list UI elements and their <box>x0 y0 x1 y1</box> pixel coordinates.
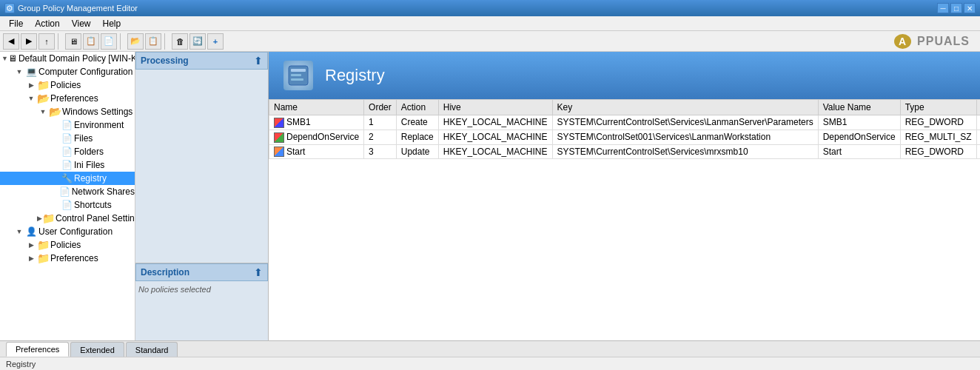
col-hive[interactable]: Hive <box>438 100 552 115</box>
cell-hive: HKEY_LOCAL_MACHINE <box>438 130 552 144</box>
menu-view[interactable]: View <box>66 17 97 30</box>
tab-standard[interactable]: Standard <box>126 342 178 357</box>
cell-type: REG_DWORD <box>900 115 976 130</box>
table-row[interactable]: DependOnService 2 Replace HKEY_LOCAL_MAC… <box>269 130 981 144</box>
user-prefs-icon: 📁 <box>37 252 49 264</box>
toolbar-sep3 <box>164 33 169 50</box>
table-row[interactable]: SMB1 1 Create HKEY_LOCAL_MACHINE SYSTEM\… <box>269 115 981 130</box>
new-button[interactable]: 📂 <box>127 33 144 50</box>
minimize-button[interactable]: ─ <box>937 3 949 13</box>
close-button[interactable]: ✕ <box>964 3 976 13</box>
expand-root[interactable]: ▼ <box>1 53 8 64</box>
user-policies-label: Policies <box>50 240 81 250</box>
processing-content <box>135 70 268 263</box>
user-policies-icon: 📁 <box>37 239 49 251</box>
folders-label: Folders <box>74 147 104 157</box>
tree-policies[interactable]: ▶ 📁 Policies <box>0 78 135 92</box>
tree-root[interactable]: ▼ 🖥 Default Domain Policy [WIN-KH <box>0 52 135 65</box>
tree-preferences[interactable]: ▼ 📂 Preferences <box>0 92 135 105</box>
refresh-button[interactable]: 🔄 <box>189 33 206 50</box>
expand-user-policies[interactable]: ▶ <box>25 239 37 251</box>
forward-button[interactable]: ▶ <box>21 33 37 50</box>
svg-rect-1 <box>291 69 306 72</box>
tree-files[interactable]: ▶ 📄 Files <box>0 132 135 145</box>
col-order[interactable]: Order <box>364 100 397 115</box>
tree-control-panel[interactable]: ▶ 📁 Control Panel Setting <box>0 212 135 225</box>
root-label: Default Domain Policy [WIN-KH <box>19 53 135 64</box>
expand-preferences[interactable]: ▼ <box>25 92 37 104</box>
tree-registry[interactable]: ▶ 🔧 Registry <box>0 172 135 185</box>
tree-ini-files[interactable]: ▶ 📄 Ini Files <box>0 158 135 172</box>
tree-user-config[interactable]: ▼ 👤 User Configuration <box>0 225 135 238</box>
main-layout: ▼ 🖥 Default Domain Policy [WIN-KH ▼ 💻 Co… <box>0 52 980 340</box>
expand-win-settings[interactable]: ▼ <box>37 106 49 118</box>
window-title: Group Policy Management Editor <box>18 4 138 13</box>
status-text: Registry <box>6 360 36 369</box>
row-icon <box>274 132 284 143</box>
properties-button[interactable]: 📄 <box>101 33 117 50</box>
policies-label: Policies <box>50 80 81 90</box>
show-hide-btn[interactable]: 🖥 <box>65 33 81 50</box>
registry-title: Registry <box>325 66 385 85</box>
back-button[interactable]: ◀ <box>3 33 19 50</box>
description-section-header[interactable]: Description ⬆ <box>135 263 268 281</box>
tree-environment[interactable]: ▶ 📄 Environment <box>0 118 135 132</box>
ini-icon: 📄 <box>61 159 73 171</box>
description-label: Description <box>141 267 189 278</box>
col-value-name[interactable]: Value Name <box>818 100 900 115</box>
tree-windows-settings[interactable]: ▼ 📂 Windows Settings <box>0 105 135 118</box>
user-preferences-label: Preferences <box>50 253 98 263</box>
content-panel: Registry Name Order Action Hive Key Valu… <box>269 52 980 340</box>
expand-user-prefs[interactable]: ▶ <box>25 252 37 264</box>
expand-user-config[interactable]: ▼ <box>13 226 25 238</box>
cell-value-data: 00000000 <box>976 115 980 130</box>
cell-order: 3 <box>364 144 397 159</box>
tree-user-policies[interactable]: ▶ 📁 Policies <box>0 238 135 252</box>
cell-name: Start <box>269 144 364 159</box>
processing-collapse-icon[interactable]: ⬆ <box>254 55 263 67</box>
menu-file[interactable]: File <box>3 17 29 30</box>
shortcuts-icon: 📄 <box>61 199 73 211</box>
tree-folders[interactable]: ▶ 📄 Folders <box>0 145 135 158</box>
tree-user-preferences[interactable]: ▶ 📁 Preferences <box>0 252 135 265</box>
expand-comp-config[interactable]: ▼ <box>13 66 25 78</box>
tab-extended[interactable]: Extended <box>70 342 124 357</box>
copy-button[interactable]: 📋 <box>83 33 99 50</box>
cell-type: REG_DWORD <box>900 144 976 159</box>
col-type[interactable]: Type <box>900 100 976 115</box>
files-label: Files <box>74 133 93 144</box>
col-value-data[interactable]: Value Data <box>976 100 980 115</box>
window-controls[interactable]: ─ □ ✕ <box>937 3 976 13</box>
col-action[interactable]: Action <box>396 100 438 115</box>
title-bar: ⚙ Group Policy Management Editor ─ □ ✕ <box>0 0 980 16</box>
col-key[interactable]: Key <box>552 100 818 115</box>
menu-bar: File Action View Help <box>0 16 980 31</box>
tree-shortcuts[interactable]: ▶ 📄 Shortcuts <box>0 198 135 212</box>
environment-label: Environment <box>74 120 124 130</box>
description-collapse-icon[interactable]: ⬆ <box>254 266 263 278</box>
up-button[interactable]: ↑ <box>38 33 55 50</box>
tab-preferences[interactable]: Preferences <box>6 342 69 357</box>
add-button[interactable]: + <box>207 33 224 50</box>
processing-label: Processing <box>141 56 189 66</box>
preferences-icon: 📂 <box>37 92 49 104</box>
maximize-button[interactable]: □ <box>950 3 962 13</box>
table-container[interactable]: Name Order Action Hive Key Value Name Ty… <box>269 99 980 340</box>
svg-rect-2 <box>291 74 301 76</box>
user-config-icon: 👤 <box>25 226 37 238</box>
policies-icon: 📁 <box>37 79 49 91</box>
tree-computer-config[interactable]: ▼ 💻 Computer Configuration <box>0 65 135 78</box>
menu-help[interactable]: Help <box>97 17 127 30</box>
processing-section-header[interactable]: Processing ⬆ <box>135 52 268 70</box>
preferences-label: Preferences <box>50 93 98 104</box>
menu-action[interactable]: Action <box>29 17 65 30</box>
delete-button[interactable]: 🗑 <box>172 33 188 50</box>
paste-button[interactable]: 📋 <box>145 33 161 50</box>
table-row[interactable]: Start 3 Update HKEY_LOCAL_MACHINE SYSTEM… <box>269 144 981 159</box>
col-name[interactable]: Name <box>269 100 364 115</box>
netshares-icon: 📄 <box>59 186 70 198</box>
svg-rect-3 <box>291 78 303 81</box>
registry-label: Registry <box>74 173 107 184</box>
expand-policies[interactable]: ▶ <box>25 79 37 91</box>
tree-network-shares[interactable]: ▶ 📄 Network Shares <box>0 185 135 198</box>
